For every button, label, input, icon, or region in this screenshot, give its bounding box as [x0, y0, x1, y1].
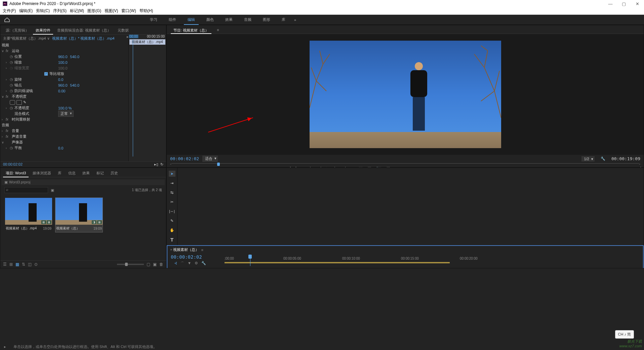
ec-balance-value[interactable]: 0.0	[58, 146, 63, 150]
blend-mode-select[interactable]: 正常	[58, 111, 74, 117]
new-item-icon[interactable]: ▣	[153, 262, 157, 267]
menu-sequence[interactable]: 序列(S)	[53, 8, 67, 14]
minimize-button[interactable]: —	[606, 1, 614, 6]
selection-tool-icon[interactable]: ➤	[169, 171, 175, 177]
linked-selection-icon[interactable]: ⌒	[180, 261, 184, 266]
workspace-tab-effects[interactable]: 效果	[220, 15, 238, 24]
snap-icon[interactable]: ⊰	[174, 261, 177, 266]
ellipse-mask-icon[interactable]	[10, 100, 15, 105]
ec-antiflicker-value[interactable]: 0.00	[58, 89, 65, 93]
workspace-tab-audio[interactable]: 音频	[239, 15, 257, 24]
program-current-tc[interactable]: 00:00:02:02	[170, 156, 199, 161]
panel-menu-icon[interactable]: ≡	[201, 248, 203, 252]
ec-scale-value[interactable]: 100.0	[58, 60, 68, 64]
disclosure-icon[interactable]: ∨	[2, 49, 6, 53]
disclosure-icon[interactable]: ›	[6, 106, 10, 110]
program-viewer[interactable]	[167, 34, 644, 155]
rectangle-mask-icon[interactable]	[16, 100, 22, 105]
menu-marker[interactable]: 标记(M)	[70, 8, 84, 14]
program-resolution-select[interactable]: 1/2	[581, 156, 595, 162]
stopwatch-icon[interactable]: ◷	[10, 146, 14, 150]
hand-tool-icon[interactable]: ✋	[169, 227, 175, 233]
workspace-tab-graphics[interactable]: 图形	[257, 15, 276, 24]
workspace-overflow-icon[interactable]: »	[294, 18, 296, 22]
tab-libraries[interactable]: 库	[55, 169, 64, 177]
tab-markers[interactable]: 标记	[94, 169, 107, 177]
stopwatch-icon[interactable]: ◷	[10, 54, 14, 59]
home-icon[interactable]	[4, 17, 10, 22]
workspace-tab-color[interactable]: 颜色	[201, 15, 219, 24]
tab-effect-controls[interactable]: 效果控件	[33, 27, 53, 34]
ec-opacity-value[interactable]: 100.0 %	[58, 106, 72, 110]
pen-mask-icon[interactable]: ✎	[23, 100, 29, 105]
fx-icon[interactable]: fx	[6, 135, 10, 138]
maximize-button[interactable]: ▢	[620, 1, 628, 6]
type-tool-icon[interactable]: T	[169, 236, 175, 243]
close-button[interactable]: ✕	[633, 1, 641, 6]
add-marker-icon[interactable]: ▼	[188, 261, 191, 266]
disclosure-icon[interactable]: ›	[6, 67, 10, 70]
project-search-input[interactable]	[4, 187, 48, 193]
menu-graphics[interactable]: 图形(G)	[87, 8, 101, 14]
fx-icon[interactable]: fx	[6, 49, 10, 53]
disclosure-icon[interactable]: ∨	[2, 141, 6, 144]
menu-view[interactable]: 视图(V)	[105, 8, 118, 14]
fx-icon[interactable]: fx	[6, 95, 10, 98]
new-bin-icon[interactable]: ▣	[51, 188, 54, 192]
list-view-icon[interactable]: ☰	[3, 262, 7, 267]
thumbnail-size-slider[interactable]	[117, 264, 144, 265]
timeline-current-tc[interactable]: 00:00:02:02	[171, 254, 221, 260]
stopwatch-icon[interactable]: ◷	[10, 106, 14, 110]
ec-position-y[interactable]: 540.0	[70, 55, 80, 59]
project-item[interactable]: ◨▦ 视频素材（总）19:09	[55, 198, 103, 232]
stopwatch-icon[interactable]: ◷	[10, 60, 14, 64]
disclosure-icon[interactable]: ›	[2, 118, 6, 121]
project-item[interactable]: ▦▦ 视频素材（总）.mp419:09	[5, 198, 52, 232]
stopwatch-icon[interactable]: ◷	[10, 66, 14, 70]
timeline-settings-icon[interactable]: ⚙	[195, 261, 198, 266]
menu-clip[interactable]: 剪辑(C)	[36, 8, 50, 14]
fx-icon[interactable]: fx	[6, 118, 10, 121]
play-only-icon[interactable]: ▸▯	[154, 162, 158, 167]
settings-icon[interactable]: 🔧	[601, 157, 605, 161]
panel-menu-icon[interactable]: ≡	[214, 27, 222, 34]
timeline-clips-area[interactable]: ▧视频素材（总）.mp4 [V] ▧	[225, 268, 635, 268]
timeline-playhead[interactable]	[250, 256, 250, 266]
ec-anchor-x[interactable]: 960.0	[58, 83, 68, 87]
tab-history[interactable]: 历史	[108, 169, 121, 177]
disclosure-icon[interactable]: ›	[2, 129, 6, 133]
stopwatch-icon[interactable]: ◷	[10, 77, 14, 82]
new-bin-icon[interactable]: ▢	[147, 262, 150, 267]
ec-position-x[interactable]: 960.0	[58, 55, 68, 59]
tab-info[interactable]: 信息	[66, 169, 78, 177]
tab-metadata[interactable]: 元数据	[115, 27, 131, 34]
tab-program[interactable]: 节目: 视频素材（总）	[171, 27, 211, 34]
disclosure-icon[interactable]: ∨	[2, 95, 6, 98]
razor-tool-icon[interactable]: ✂	[169, 199, 175, 205]
menu-window[interactable]: 窗口(W)	[121, 8, 136, 14]
tab-effects[interactable]: 效果	[80, 169, 92, 177]
workspace-tab-library[interactable]: 库	[276, 15, 291, 24]
find-icon[interactable]: ⊙	[34, 262, 38, 267]
menu-edit[interactable]: 编辑(E)	[19, 8, 33, 14]
disclosure-icon[interactable]: ›	[6, 89, 10, 93]
disclosure-icon[interactable]: ›	[6, 78, 10, 81]
tab-source[interactable]: 源:（无剪辑）	[3, 27, 32, 34]
stopwatch-icon[interactable]: ◷	[10, 83, 14, 87]
workspace-tab-editing[interactable]: 编辑	[182, 15, 200, 24]
disclosure-icon[interactable]: ›	[6, 61, 10, 64]
automate-icon[interactable]: ◫	[28, 262, 32, 267]
ec-mini-timeline[interactable]: ▸ 00;00 00:00:15:00 视频素材（总）.mp4	[128, 35, 166, 161]
fx-icon[interactable]: fx	[6, 129, 10, 133]
wrench-icon[interactable]: 🔧	[201, 261, 206, 266]
track-select-tool-icon[interactable]: ⇥	[169, 180, 175, 186]
freeform-view-icon[interactable]: ⊞	[9, 262, 13, 267]
timeline-ruler[interactable]: ;00;00 00:00:05:00 00:00:10:00 00:00:15:…	[225, 256, 643, 266]
workspace-tab-learn[interactable]: 学习	[145, 15, 163, 24]
tab-media-browser[interactable]: 媒体浏览器	[30, 169, 54, 177]
ec-rotation-value[interactable]: 0.0	[58, 78, 63, 82]
stopwatch-icon[interactable]: ◷	[10, 89, 14, 93]
delete-icon[interactable]: 🗑	[159, 262, 163, 267]
uniform-scale-checkbox[interactable]: ✓	[44, 72, 48, 76]
ec-mini-playhead[interactable]	[133, 39, 133, 157]
